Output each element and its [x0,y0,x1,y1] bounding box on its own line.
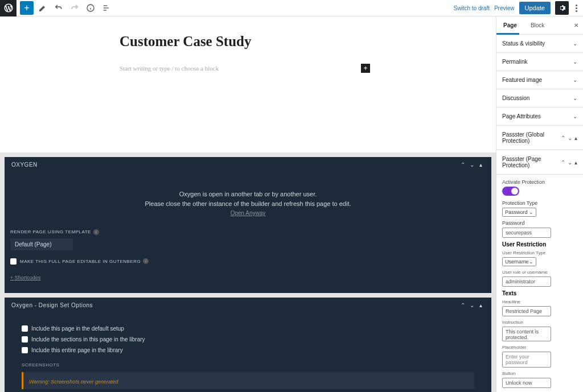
panel-attributes[interactable]: Page Attributes⌄ [496,108,583,126]
open-anyway-link[interactable]: Open Anyway [231,210,266,216]
editable-label: MAKE THIS FULL PAGE EDITABLE IN GUTENBER… [20,259,141,264]
add-block-button[interactable]: + [20,1,34,15]
protection-type-label: Protection Type [502,200,577,206]
cb-sections-library[interactable] [22,336,28,343]
activate-label: Activate Protection [502,179,577,185]
undo-icon[interactable] [52,1,65,15]
wp-logo[interactable] [0,0,17,16]
panel-page-protection[interactable]: Passster (Page Protection)⌃⌄▴ [496,150,583,175]
role-label: User role or username [502,270,577,275]
instruction-label: Instruction [502,320,577,325]
button-label: Button [502,371,577,376]
chevron-down-icon[interactable]: ⌄ [467,162,477,168]
caret-up-icon[interactable]: ▴ [477,162,485,168]
edit-icon[interactable] [36,1,50,15]
chevron-up-icon[interactable]: ⌃ [458,302,468,308]
panel-permalink[interactable]: Permalink⌄ [496,53,583,71]
password-label: Password [502,220,577,226]
activate-toggle[interactable] [502,187,519,196]
design-title: Oxygen - Design Set Options [11,302,93,308]
inline-add-button[interactable]: + [361,64,370,73]
paragraph-block[interactable]: Start writing or type / to choose a bloc… [120,64,370,73]
texts-title: Texts [502,290,577,296]
redo-icon[interactable] [68,1,81,15]
caret-up-icon[interactable]: ▴ [477,302,485,308]
kebab-menu[interactable] [573,5,580,12]
shortcodes-link[interactable]: + Shortcodes [10,275,40,280]
tab-block[interactable]: Block [524,16,551,34]
editor-canvas: Customer Case Study Start writing or typ… [0,16,496,392]
main-area: Customer Case Study Start writing or typ… [0,16,583,392]
info-icon[interactable] [84,1,97,15]
tab-page[interactable]: Page [496,16,524,34]
template-select[interactable]: Default (Page) [10,238,73,250]
button-input[interactable]: Unlock now [502,378,551,388]
preview-button[interactable]: Preview [494,5,515,11]
sidebar-tabs: Page Block ✕ [496,16,583,35]
render-template-label: RENDER PAGE USING TEMPLATE [10,229,91,234]
settings-sidebar: Page Block ✕ Status & visibility⌄ Permal… [496,16,583,392]
oxygen-metabox: OXYGEN ⌃ ⌄ ▴ Oxygen is open in another t… [0,152,496,392]
headline-input[interactable]: Restricted Page [502,306,551,316]
top-toolbar: + Switch to draft Preview Update [0,0,583,16]
warning-box: Warning: Screenshots never generated [22,372,474,389]
role-input[interactable]: administrator [502,277,551,287]
close-sidebar[interactable]: ✕ [569,16,583,34]
warning-text: Warning: Screenshots never generated [29,379,118,385]
info-icon[interactable]: i [93,229,99,235]
cb2-label: Include the sections in this page in the… [31,336,145,343]
panel-status[interactable]: Status & visibility⌄ [496,35,583,53]
headline-label: Headline [502,299,577,304]
panel-global-protection[interactable]: Passster (Global Protection)⌃⌄▴ [496,126,583,150]
panel-discussion[interactable]: Discussion⌄ [496,89,583,108]
settings-icon[interactable] [555,1,569,15]
placeholder-text: Start writing or type / to choose a bloc… [120,65,219,72]
chevron-up-icon[interactable]: ⌃ [458,162,468,168]
instruction-input[interactable]: This content is protected. [502,327,551,341]
cb-default-setup[interactable] [22,325,28,332]
switch-to-draft[interactable]: Switch to draft [454,5,490,11]
cb-page-library[interactable] [22,347,28,353]
password-input[interactable]: securepass [502,228,551,238]
chevron-down-icon[interactable]: ⌄ [467,302,477,308]
user-restriction-select[interactable]: Username⌄ [502,257,536,266]
oxygen-message-1: Oxygen is open in another tab or by anot… [10,189,486,199]
panel-featured[interactable]: Featured image⌄ [496,71,583,89]
page-title[interactable]: Customer Case Study [120,34,462,49]
info-icon[interactable]: i [143,258,149,264]
cb1-label: Include this page in the default setup [31,325,124,332]
user-restriction-type-label: User Restriction Type [502,250,577,255]
update-button[interactable]: Update [519,2,551,14]
outline-icon[interactable] [100,1,113,15]
oxygen-message-2: Please close the other instance of the b… [10,199,486,209]
placeholder-label: Placeholder [502,345,577,350]
oxygen-header[interactable]: OXYGEN ⌃ ⌄ ▴ [5,157,491,172]
screenshots-label: SCREENSHOTS [22,362,474,368]
design-header[interactable]: Oxygen - Design Set Options ⌃ ⌄ ▴ [5,298,491,313]
oxygen-title: OXYGEN [11,162,38,168]
protection-type-select[interactable]: Password⌄ [502,208,536,217]
user-restriction-title: User Restriction [502,241,577,247]
toolbar-right: Switch to draft Preview Update [454,1,583,15]
cb3-label: Include this entire page in the library [31,347,123,353]
passster-panel: Activate Protection Protection Type Pass… [496,175,583,392]
placeholder-input[interactable]: Enter your password [502,352,551,368]
editable-checkbox[interactable] [10,258,17,265]
